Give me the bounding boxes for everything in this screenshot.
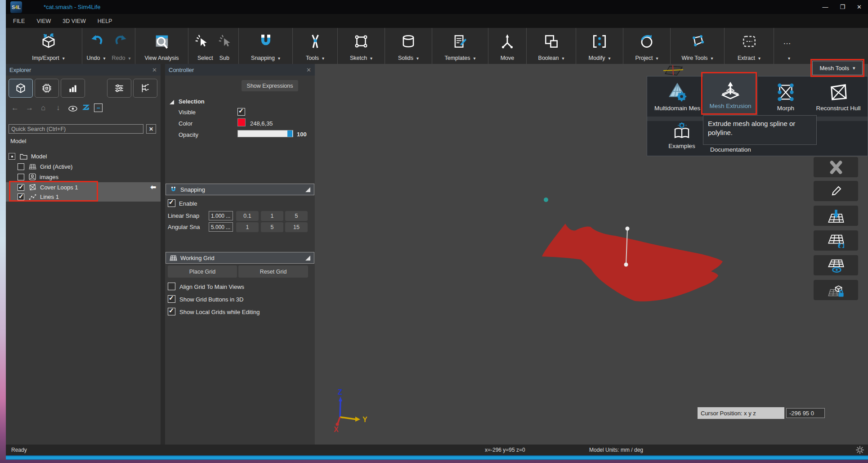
grid-lock-button[interactable]	[814, 280, 858, 300]
redo-icon[interactable]	[113, 34, 128, 49]
opacity-slider[interactable]	[237, 130, 293, 137]
grid-reset-button[interactable]	[814, 230, 858, 251]
working-grid-widget-icon[interactable]	[662, 63, 684, 76]
angular-preset-5[interactable]: 5	[261, 222, 283, 232]
toolbar-group-boolean[interactable]: Boolean	[527, 28, 576, 64]
clear-search-icon[interactable]: ✕	[146, 124, 156, 134]
menu-file[interactable]: FILE	[13, 18, 25, 24]
toolbar-group-snapping[interactable]: Snapping	[239, 28, 293, 64]
menu-3d-view[interactable]: 3D VIEW	[63, 18, 85, 24]
opacity-slider-handle[interactable]	[287, 130, 292, 137]
linear-preset-01[interactable]: 0.1	[236, 211, 259, 221]
explorer-tab-properties[interactable]	[107, 79, 131, 98]
tree-row-grid[interactable]: Grid (Active)	[6, 162, 161, 171]
visible-checkbox[interactable]	[237, 108, 245, 116]
toolbar-impexport-label[interactable]: Imp/Export	[32, 55, 64, 61]
grid-edit-button[interactable]	[814, 181, 858, 201]
toolbar-sub-label[interactable]: Sub	[219, 55, 229, 61]
grid-place-button[interactable]	[814, 206, 858, 226]
grid-close-button[interactable]	[814, 157, 858, 177]
toolbar-group-templates[interactable]: Templates	[432, 28, 488, 64]
tree-expander[interactable]	[9, 153, 15, 160]
collapse-triangle-icon[interactable]	[305, 256, 310, 261]
show-local-grids-checkbox[interactable]	[168, 308, 175, 315]
reset-grid-button[interactable]: Reset Grid	[238, 265, 308, 278]
toolbar-boolean-label[interactable]: Boolean	[538, 55, 564, 61]
toolbar-group-view-analysis[interactable]: View Analysis	[135, 28, 188, 64]
toolbar-templates-label[interactable]: Templates	[444, 55, 475, 61]
close-button[interactable]: ✕	[857, 4, 862, 10]
toolbar-tools-label[interactable]: Tools	[306, 55, 324, 61]
scroll-to-item-icon[interactable]: ⬅	[150, 183, 156, 191]
tree-row-images[interactable]: images	[6, 172, 161, 182]
selection-expander-icon[interactable]	[170, 100, 174, 104]
toolbar-modify-label[interactable]: Modify	[589, 55, 611, 61]
angular-snap-input[interactable]: 5.000 ...	[209, 222, 233, 232]
collapse-all-icon[interactable]: −	[94, 103, 103, 112]
linear-snap-input[interactable]: 1.000 ...	[209, 211, 233, 220]
angular-preset-15[interactable]: 15	[285, 222, 308, 232]
toolbar-group-move[interactable]: Move	[488, 28, 527, 64]
explorer-tab-simulation[interactable]	[35, 79, 59, 98]
show-grid-buttons-checkbox[interactable]	[168, 295, 175, 303]
nav-forward-icon[interactable]: →	[26, 103, 33, 112]
toolbar-group-wire-tools[interactable]: Wire Tools	[671, 28, 725, 64]
menu-view[interactable]: VIEW	[36, 18, 51, 24]
toolbar-solids-label[interactable]: Solids	[398, 55, 419, 61]
toolbar-view-analysis-label[interactable]: View Analysis	[144, 55, 179, 61]
popup-item-examples[interactable]: Examples	[662, 122, 702, 149]
show-expressions-button[interactable]: Show Expressions	[242, 80, 298, 91]
angular-preset-1[interactable]: 1	[236, 222, 259, 232]
grid-visibility-button[interactable]	[814, 255, 858, 275]
explorer-tab-model[interactable]	[9, 79, 33, 98]
menu-help[interactable]: HELP	[98, 18, 112, 24]
quick-search-input[interactable]	[9, 124, 143, 134]
snapping-section-header[interactable]: Snapping	[166, 184, 314, 195]
popup-item-reconstruct-hull[interactable]: Reconstruct Hull	[810, 82, 867, 112]
popup-item-multidomain-mesh[interactable]: Multidomain Mes	[652, 82, 703, 112]
toolbar-snapping-label[interactable]: Snapping	[251, 55, 280, 61]
tree-checkbox[interactable]	[18, 174, 24, 180]
toolbar-undo-label[interactable]: Undo	[87, 55, 106, 61]
minimize-button[interactable]: —	[822, 4, 828, 10]
toolbar-group-sketch[interactable]: Sketch	[338, 28, 385, 64]
toolbar-group-impexport[interactable]: Imp/Export	[15, 28, 82, 64]
explorer-close-icon[interactable]: ✕	[152, 67, 157, 73]
explorer-tab-analysis[interactable]	[61, 79, 85, 98]
popup-item-documentation[interactable]: Documentation	[710, 146, 751, 153]
toolbar-group-project[interactable]: Project	[623, 28, 671, 64]
working-grid-section-header[interactable]: Working Grid	[166, 252, 314, 264]
visibility-eye-icon[interactable]	[68, 105, 78, 112]
controller-close-icon[interactable]: ✕	[306, 67, 311, 73]
select-icon[interactable]	[194, 34, 210, 49]
toolbar-group-extract[interactable]: Extract	[725, 28, 774, 64]
cursor-position-label[interactable]: Cursor Position: x y z	[698, 407, 784, 419]
toolbar-group-modify[interactable]: Modify	[576, 28, 623, 64]
toolbar-extract-label[interactable]: Extract	[738, 55, 761, 61]
toolbar-more-dropdown[interactable]	[785, 55, 790, 61]
linear-preset-1[interactable]: 1	[261, 211, 283, 221]
undo-icon[interactable]	[89, 34, 105, 49]
popup-item-morph[interactable]: Morph	[763, 82, 808, 112]
collapse-triangle-icon[interactable]	[305, 187, 310, 192]
align-grid-checkbox[interactable]	[168, 283, 175, 290]
zoom-to-icon[interactable]	[81, 103, 90, 112]
toolbar-redo-label[interactable]: Redo	[112, 55, 131, 61]
toolbar-project-label[interactable]: Project	[635, 55, 658, 61]
explorer-tab-hierarchy[interactable]	[133, 79, 157, 98]
toolbar-move-label[interactable]: Move	[501, 55, 515, 61]
nav-descend-icon[interactable]: ↓	[56, 103, 60, 112]
toolbar-group-solids[interactable]: Solids	[385, 28, 432, 64]
more-tools-icon[interactable]: …	[783, 37, 792, 46]
maximize-button[interactable]: ❐	[840, 4, 845, 10]
nav-home-icon[interactable]: ⌂	[41, 103, 45, 112]
color-swatch[interactable]	[237, 118, 246, 126]
cursor-position-value[interactable]: -296 95 0	[786, 408, 825, 418]
toolbar-sketch-label[interactable]: Sketch	[350, 55, 372, 61]
toolbar-group-more[interactable]: …	[774, 28, 801, 64]
snapping-enable-checkbox[interactable]	[168, 199, 175, 207]
toolbar-group-tools[interactable]: Tools	[293, 28, 338, 64]
nav-back-icon[interactable]: ←	[11, 103, 19, 112]
toolbar-wire-tools-label[interactable]: Wire Tools	[681, 55, 713, 61]
toolbar-select-label[interactable]: Select	[197, 55, 213, 61]
